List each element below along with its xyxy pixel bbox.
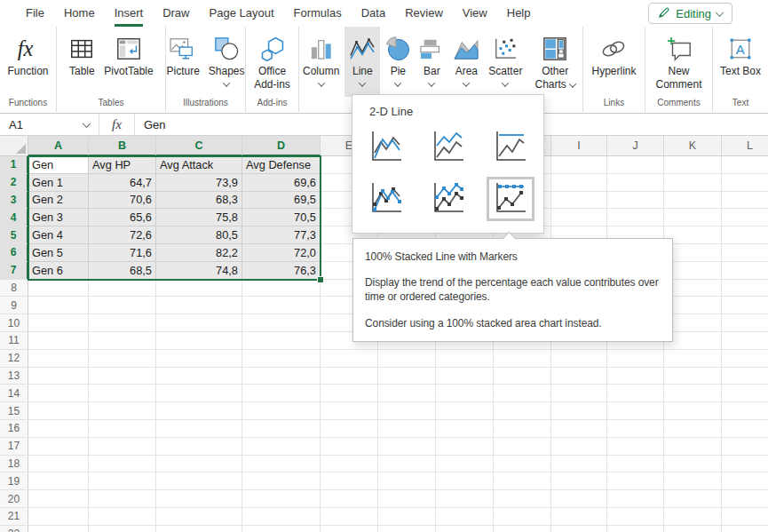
cell-D10[interactable] (242, 314, 321, 332)
cell-A17[interactable] (28, 438, 89, 456)
cell-I13[interactable] (551, 368, 607, 385)
cell-E21[interactable] (321, 508, 378, 526)
cell-G21[interactable] (436, 508, 494, 526)
cell-C2[interactable]: 73,9 (156, 174, 242, 192)
cell-G16[interactable] (436, 420, 494, 438)
cell-G12[interactable] (436, 350, 494, 368)
cell-K3[interactable] (664, 192, 722, 210)
cell-H13[interactable] (494, 368, 551, 385)
cell-A5[interactable]: Gen 4 (28, 226, 89, 244)
cell-C11[interactable] (156, 332, 242, 350)
cell-H14[interactable] (494, 385, 551, 402)
cell-I22[interactable] (551, 526, 607, 532)
area-button[interactable]: Area (449, 27, 483, 97)
cell-J15[interactable] (607, 402, 664, 420)
cell-I18[interactable] (551, 456, 607, 473)
cell-J12[interactable] (607, 350, 664, 368)
cell-I20[interactable] (551, 490, 607, 508)
cell-B1[interactable]: Avg HP (89, 156, 156, 174)
col-header-D[interactable]: D (242, 136, 321, 156)
cell-K20[interactable] (664, 490, 722, 508)
cell-I3[interactable] (551, 192, 607, 210)
cell-J1[interactable] (607, 156, 664, 174)
cell-B17[interactable] (89, 438, 156, 456)
cell-I14[interactable] (551, 385, 607, 402)
cell-B4[interactable]: 65,6 (89, 209, 156, 226)
cell-K16[interactable] (664, 420, 722, 438)
cell-F21[interactable] (378, 508, 436, 526)
cell-C4[interactable]: 75,8 (156, 209, 242, 226)
cell-F15[interactable] (378, 402, 436, 420)
cell-D20[interactable] (242, 490, 321, 508)
cell-K13[interactable] (664, 368, 722, 385)
cell-D3[interactable]: 69,5 (242, 192, 321, 210)
picture-button[interactable]: Picture (162, 27, 202, 97)
cell-L15[interactable] (722, 402, 768, 420)
cell-C5[interactable]: 80,5 (156, 226, 242, 244)
cell-D7[interactable]: 76,3 (242, 262, 321, 280)
row-header-4[interactable]: 4 (0, 209, 28, 226)
cell-E22[interactable] (321, 526, 378, 532)
cell-F12[interactable] (378, 350, 436, 368)
cell-C9[interactable] (156, 297, 242, 314)
cell-H20[interactable] (494, 490, 551, 508)
row-header-20[interactable]: 20 (0, 490, 28, 508)
cell-L18[interactable] (722, 456, 768, 473)
cell-F14[interactable] (378, 385, 436, 402)
cell-D5[interactable]: 77,3 (242, 226, 321, 244)
cell-B5[interactable]: 72,6 (89, 226, 156, 244)
cell-A7[interactable]: Gen 6 (28, 262, 89, 280)
row-header-6[interactable]: 6 (0, 244, 28, 262)
cell-G22[interactable] (436, 526, 494, 532)
cell-D11[interactable] (242, 332, 321, 350)
cell-I21[interactable] (551, 508, 607, 526)
pivottable-button[interactable]: PivotTable (100, 27, 156, 97)
cell-D18[interactable] (242, 456, 321, 473)
cell-H21[interactable] (494, 508, 551, 526)
menu-tab-view[interactable]: View (463, 0, 487, 27)
name-box[interactable]: A1 (0, 114, 99, 135)
cell-I12[interactable] (551, 350, 607, 368)
col-header-I[interactable]: I (551, 136, 607, 156)
cell-L22[interactable] (722, 526, 768, 532)
cell-D13[interactable] (242, 368, 321, 385)
cell-C14[interactable] (156, 385, 242, 402)
cell-A10[interactable] (28, 314, 89, 332)
cell-L20[interactable] (722, 490, 768, 508)
cell-G20[interactable] (436, 490, 494, 508)
menu-tab-help[interactable]: Help (507, 0, 531, 27)
cell-A18[interactable] (28, 456, 89, 473)
cell-L11[interactable] (722, 332, 768, 350)
cell-D17[interactable] (242, 438, 321, 456)
cell-J14[interactable] (607, 385, 664, 402)
cell-B13[interactable] (89, 368, 156, 385)
cell-I15[interactable] (551, 402, 607, 420)
cell-E14[interactable] (321, 385, 378, 402)
cell-H18[interactable] (494, 456, 551, 473)
cell-H17[interactable] (494, 438, 551, 456)
cell-K12[interactable] (664, 350, 722, 368)
cell-B21[interactable] (89, 508, 156, 526)
cell-A9[interactable] (28, 297, 89, 314)
new-comment-button[interactable]: New Comment (650, 27, 709, 97)
cell-F20[interactable] (378, 490, 436, 508)
chart-type-100-stacked-line[interactable] (487, 125, 534, 170)
cell-L16[interactable] (722, 420, 768, 438)
cell-K22[interactable] (664, 526, 722, 532)
cell-B14[interactable] (89, 385, 156, 402)
table-button[interactable]: Table (65, 27, 99, 97)
hyperlink-button[interactable]: Hyperlink (588, 27, 639, 97)
cell-G18[interactable] (436, 456, 494, 473)
cell-C21[interactable] (156, 508, 242, 526)
cell-L19[interactable] (722, 472, 768, 490)
cell-A16[interactable] (28, 420, 89, 438)
cell-J21[interactable] (607, 508, 664, 526)
cell-I16[interactable] (551, 420, 607, 438)
scatter-button[interactable]: Scatter (485, 27, 526, 97)
menu-tab-home[interactable]: Home (64, 0, 95, 27)
cell-A11[interactable] (28, 332, 89, 350)
office-addins-button[interactable]: Office Add-ins (246, 27, 298, 97)
cell-K1[interactable] (664, 156, 722, 174)
insert-function-button[interactable]: fx (99, 114, 135, 135)
cell-J17[interactable] (607, 438, 664, 456)
